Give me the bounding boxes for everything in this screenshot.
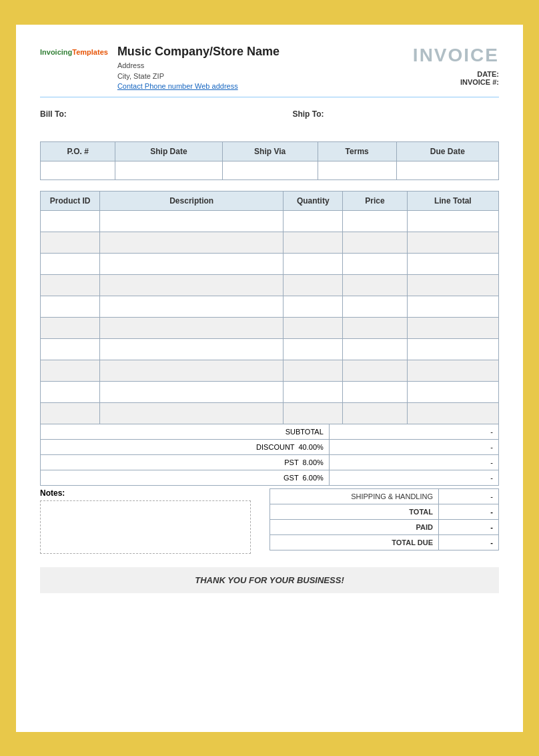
- ship-via-value: [222, 161, 318, 179]
- product-cell: [407, 402, 498, 424]
- total-due-row: TOTAL DUE -: [270, 534, 499, 550]
- product-cell: [407, 253, 498, 274]
- product-cell: [407, 317, 498, 338]
- subtotal-row: SUBTOTAL -: [41, 424, 499, 440]
- product-cell: [100, 296, 284, 317]
- total-value: -: [439, 504, 499, 519]
- product-cell: [41, 274, 100, 296]
- date-label: DATE:: [477, 70, 499, 78]
- notes-area: Notes:: [40, 488, 251, 554]
- product-cell: [100, 317, 284, 338]
- products-header-row: Product ID Description Quantity Price Li…: [41, 191, 499, 210]
- table-row: [41, 317, 499, 338]
- col-ship-date: Ship Date: [115, 141, 222, 161]
- gst-value: -: [329, 470, 498, 485]
- product-cell: [343, 338, 407, 360]
- ship-date-value: [115, 161, 222, 179]
- pst-value: -: [329, 454, 498, 470]
- table-row: [41, 296, 499, 317]
- table-row: [41, 274, 499, 296]
- product-cell: [100, 338, 284, 360]
- shipping-data-row: [41, 161, 499, 179]
- discount-value: -: [329, 439, 498, 454]
- discount-row: DISCOUNT 40.00% -: [41, 439, 499, 454]
- header: InvoicingTemplates Music Company/Store N…: [40, 45, 499, 90]
- products-table: Product ID Description Quantity Price Li…: [40, 191, 499, 424]
- paid-label: PAID: [270, 519, 439, 534]
- product-cell: [343, 274, 407, 296]
- subtotal-value: -: [329, 424, 498, 440]
- product-cell: [284, 253, 343, 274]
- product-cell: [41, 210, 100, 232]
- col-quantity: Quantity: [284, 191, 343, 210]
- product-cell: [284, 402, 343, 424]
- product-cell: [407, 274, 498, 296]
- product-cell: [284, 296, 343, 317]
- company-name: Music Company/Store Name: [117, 45, 280, 59]
- col-terms: Terms: [318, 141, 396, 161]
- company-address: Address: [117, 60, 280, 71]
- product-cell: [407, 360, 498, 381]
- company-info: Music Company/Store Name Address City, S…: [117, 45, 280, 90]
- subtotal-table: SUBTOTAL - DISCOUNT 40.00% - PST 8.00% -…: [40, 424, 499, 486]
- total-due-label: TOTAL DUE: [270, 534, 439, 550]
- logo-invoicing: Invoicing: [40, 48, 72, 56]
- product-cell: [343, 402, 407, 424]
- product-cell: [41, 381, 100, 402]
- company-city: City, State ZIP: [117, 71, 280, 82]
- product-cell: [343, 296, 407, 317]
- product-cell: [41, 338, 100, 360]
- product-cell: [284, 210, 343, 232]
- total-label: TOTAL: [270, 504, 439, 519]
- product-cell: [100, 274, 284, 296]
- pst-label: PST 8.00%: [41, 454, 330, 470]
- shipping-header-row: P.O. # Ship Date Ship Via Terms Due Date: [41, 141, 499, 161]
- product-cell: [100, 210, 284, 232]
- invoice-meta: DATE: INVOICE #:: [413, 70, 499, 86]
- total-due-value: -: [439, 534, 499, 550]
- header-right: INVOICE DATE: INVOICE #:: [413, 45, 499, 86]
- product-cell: [343, 253, 407, 274]
- paid-row: PAID -: [270, 519, 499, 534]
- col-due-date: Due Date: [396, 141, 498, 161]
- header-divider: [40, 97, 499, 97]
- product-cell: [41, 253, 100, 274]
- discount-label: DISCOUNT 40.00%: [41, 439, 330, 454]
- terms-value: [318, 161, 396, 179]
- product-cell: [343, 360, 407, 381]
- due-date-value: [396, 161, 498, 179]
- col-description: Description: [100, 191, 284, 210]
- right-totals: SHIPPING & HANDLING - TOTAL - PAID - TOT…: [270, 488, 499, 550]
- table-row: [41, 381, 499, 402]
- footer: THANK YOU FOR YOUR BUSINESS!: [40, 567, 499, 593]
- invoice-title: INVOICE: [413, 45, 499, 66]
- shipping-handling-label: SHIPPING & HANDLING: [270, 488, 439, 504]
- number-row: INVOICE #:: [413, 78, 499, 86]
- gst-label: GST 6.00%: [41, 470, 330, 485]
- ship-to-section: Ship To:: [292, 109, 499, 121]
- product-cell: [407, 381, 498, 402]
- table-row: [41, 210, 499, 232]
- table-row: [41, 338, 499, 360]
- product-cell: [100, 360, 284, 381]
- table-row: [41, 360, 499, 381]
- product-cell: [284, 360, 343, 381]
- col-price: Price: [343, 191, 407, 210]
- paid-value: -: [439, 519, 499, 534]
- product-cell: [343, 381, 407, 402]
- notes-box: [40, 500, 251, 554]
- shipping-handling-value: -: [439, 488, 499, 504]
- product-cell: [407, 338, 498, 360]
- product-cell: [100, 402, 284, 424]
- col-po: P.O. #: [41, 141, 115, 161]
- product-cell: [41, 402, 100, 424]
- product-cell: [41, 360, 100, 381]
- logo-templates: Templates: [72, 48, 108, 56]
- date-row: DATE:: [413, 70, 499, 78]
- product-cell: [407, 210, 498, 232]
- bill-to-label: Bill To:: [40, 109, 247, 119]
- product-cell: [343, 210, 407, 232]
- product-cell: [284, 381, 343, 402]
- product-cell: [407, 296, 498, 317]
- product-cell: [284, 274, 343, 296]
